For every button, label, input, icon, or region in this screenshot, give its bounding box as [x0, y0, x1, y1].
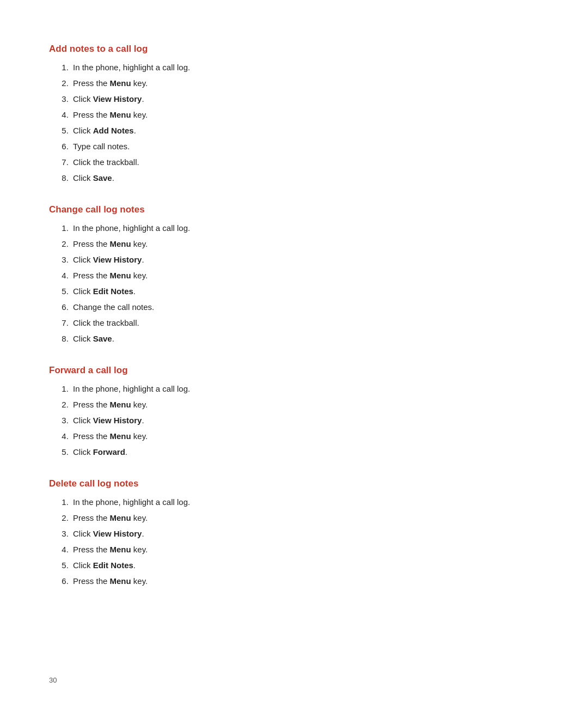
- section-change-notes: Change call log notesIn the phone, highl…: [49, 204, 539, 345]
- list-item: Press the Menu key.: [71, 512, 539, 525]
- bold-text: Edit Notes: [93, 561, 133, 570]
- list-item: Click View History.: [71, 93, 539, 106]
- page-content: Add notes to a call logIn the phone, hig…: [0, 0, 588, 651]
- steps-list-add-notes: In the phone, highlight a call log.Press…: [71, 61, 539, 185]
- bold-text: Menu: [110, 78, 131, 88]
- list-item: Click Forward.: [71, 446, 539, 459]
- bold-text: Menu: [110, 110, 131, 119]
- section-add-notes: Add notes to a call logIn the phone, hig…: [49, 44, 539, 185]
- list-item: Click the trackball.: [71, 317, 539, 330]
- list-item: In the phone, highlight a call log.: [71, 61, 539, 74]
- list-item: Click View History.: [71, 527, 539, 540]
- list-item: In the phone, highlight a call log.: [71, 496, 539, 509]
- bold-text: View History: [93, 94, 142, 104]
- list-item: Click View History.: [71, 253, 539, 266]
- list-item: Press the Menu key.: [71, 108, 539, 121]
- bold-text: View History: [93, 255, 142, 264]
- bold-text: View History: [93, 529, 142, 538]
- steps-list-change-notes: In the phone, highlight a call log.Press…: [71, 222, 539, 345]
- bold-text: Forward: [93, 447, 125, 457]
- list-item: Press the Menu key.: [71, 269, 539, 282]
- bold-text: Menu: [110, 431, 131, 441]
- list-item: Press the Menu key.: [71, 575, 539, 588]
- steps-list-delete-notes: In the phone, highlight a call log.Press…: [71, 496, 539, 588]
- bold-text: Menu: [110, 239, 131, 248]
- list-item: Click Edit Notes.: [71, 559, 539, 572]
- list-item: Click Save.: [71, 172, 539, 185]
- bold-text: Menu: [110, 400, 131, 409]
- bold-text: Add Notes: [93, 126, 134, 135]
- list-item: Click the trackball.: [71, 156, 539, 169]
- steps-list-forward-call-log: In the phone, highlight a call log.Press…: [71, 382, 539, 459]
- list-item: Press the Menu key.: [71, 398, 539, 411]
- bold-text: Menu: [110, 271, 131, 280]
- section-title-change-notes: Change call log notes: [49, 204, 539, 215]
- bold-text: Save: [93, 173, 112, 182]
- page-number: 30: [49, 676, 57, 684]
- list-item: Click Add Notes.: [71, 124, 539, 137]
- list-item: Press the Menu key.: [71, 430, 539, 443]
- list-item: In the phone, highlight a call log.: [71, 222, 539, 235]
- bold-text: Menu: [110, 545, 131, 554]
- list-item: Press the Menu key.: [71, 238, 539, 251]
- bold-text: Edit Notes: [93, 287, 133, 296]
- bold-text: Menu: [110, 513, 131, 522]
- section-title-delete-notes: Delete call log notes: [49, 478, 539, 489]
- section-delete-notes: Delete call log notesIn the phone, highl…: [49, 478, 539, 588]
- bold-text: View History: [93, 416, 142, 425]
- list-item: Press the Menu key.: [71, 543, 539, 556]
- list-item: In the phone, highlight a call log.: [71, 382, 539, 395]
- list-item: Click Edit Notes.: [71, 285, 539, 298]
- bold-text: Save: [93, 334, 112, 343]
- section-title-forward-call-log: Forward a call log: [49, 365, 539, 376]
- bold-text: Menu: [110, 576, 131, 586]
- section-title-add-notes: Add notes to a call log: [49, 44, 539, 54]
- list-item: Type call notes.: [71, 140, 539, 153]
- section-forward-call-log: Forward a call logIn the phone, highligh…: [49, 365, 539, 459]
- list-item: Click View History.: [71, 414, 539, 427]
- list-item: Click Save.: [71, 332, 539, 345]
- list-item: Press the Menu key.: [71, 77, 539, 90]
- list-item: Change the call notes.: [71, 301, 539, 314]
